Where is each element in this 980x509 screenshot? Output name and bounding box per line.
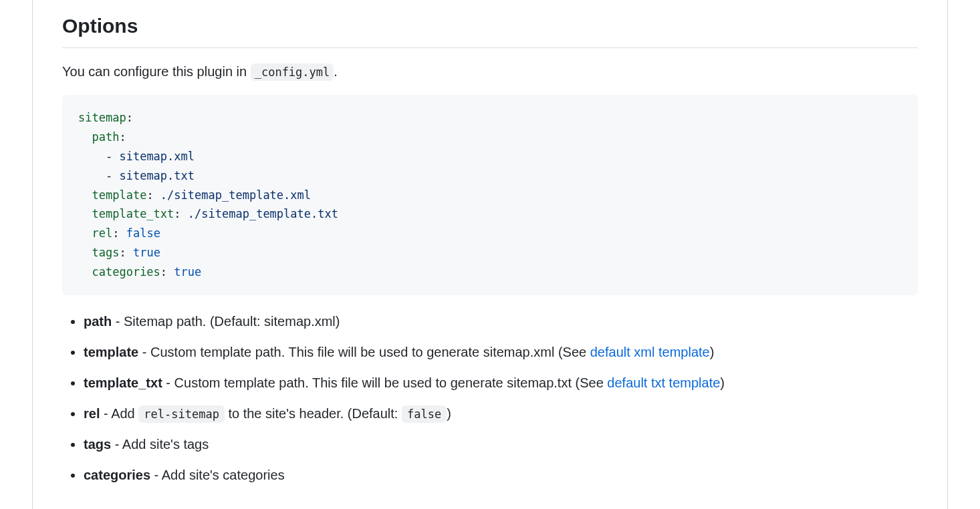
yaml-key: categories bbox=[92, 265, 160, 279]
option-desc: - Sitemap path. (Default: sitemap.xml) bbox=[112, 314, 340, 329]
intro-text-prefix: You can configure this plugin in bbox=[62, 64, 251, 79]
yaml-key: rel bbox=[92, 226, 112, 240]
yaml-bool: true bbox=[133, 246, 160, 259]
option-name: template_txt bbox=[84, 375, 162, 390]
yaml-bool: true bbox=[174, 265, 201, 279]
option-desc: - Add site's tags bbox=[111, 437, 209, 452]
option-name: path bbox=[84, 314, 112, 329]
list-item: tags - Add site's tags bbox=[84, 432, 918, 457]
option-desc: - Add site's categories bbox=[150, 468, 285, 482]
inline-code: rel-sitemap bbox=[138, 405, 225, 423]
yaml-key: path bbox=[92, 130, 119, 144]
readme-section: Options You can configure this plugin in… bbox=[32, 0, 948, 509]
option-desc-close: ) bbox=[720, 375, 725, 390]
option-name: categories bbox=[84, 468, 150, 482]
option-desc: - Add bbox=[100, 406, 138, 421]
yaml-string: sitemap.txt bbox=[119, 169, 195, 182]
yaml-key: sitemap bbox=[78, 111, 126, 124]
option-desc-close: ) bbox=[710, 345, 715, 359]
yaml-string: ./sitemap_template.xml bbox=[160, 188, 311, 202]
list-item: categories - Add site's categories bbox=[84, 462, 918, 488]
option-name: rel bbox=[84, 406, 100, 421]
yaml-key: template_txt bbox=[92, 207, 174, 220]
default-txt-template-link[interactable]: default txt template bbox=[607, 375, 720, 390]
yaml-key: tags bbox=[92, 246, 119, 259]
option-name: template bbox=[84, 345, 138, 359]
yaml-code-block[interactable]: sitemap: path: - sitemap.xml - sitemap.t… bbox=[62, 95, 918, 295]
list-item: rel - Add rel-sitemap to the site's head… bbox=[84, 401, 918, 426]
intro-config-code: _config.yml bbox=[251, 63, 334, 81]
options-list: path - Sitemap path. (Default: sitemap.x… bbox=[62, 309, 918, 488]
option-desc: to the site's header. (Default: bbox=[225, 406, 402, 421]
option-desc-close: ) bbox=[447, 406, 451, 421]
inline-code: false bbox=[402, 405, 447, 423]
list-item: path - Sitemap path. (Default: sitemap.x… bbox=[84, 309, 918, 334]
option-desc: - Custom template path. This file will b… bbox=[138, 345, 590, 359]
option-name: tags bbox=[84, 437, 111, 452]
yaml-bool: false bbox=[126, 226, 160, 240]
default-xml-template-link[interactable]: default xml template bbox=[590, 345, 710, 359]
yaml-string: sitemap.xml bbox=[119, 150, 195, 163]
yaml-key: template bbox=[92, 188, 146, 202]
intro-text-suffix: . bbox=[334, 64, 338, 79]
yaml-string: ./sitemap_template.txt bbox=[188, 207, 338, 220]
intro-paragraph: You can configure this plugin in _config… bbox=[62, 61, 918, 81]
list-item: template_txt - Custom template path. Thi… bbox=[84, 370, 918, 395]
list-item: template - Custom template path. This fi… bbox=[84, 339, 918, 365]
section-heading: Options bbox=[62, 0, 918, 48]
option-desc: - Custom template path. This file will b… bbox=[162, 375, 608, 390]
